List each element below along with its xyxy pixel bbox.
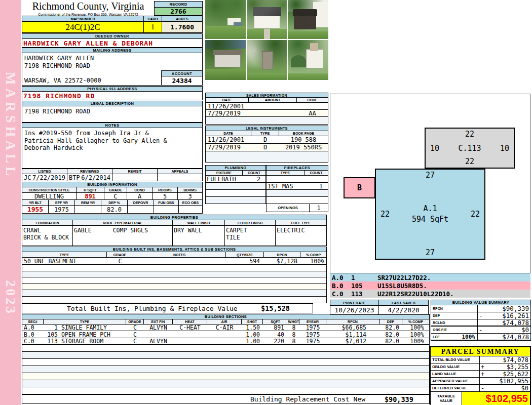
- sections-empty-row: [22, 345, 430, 352]
- reviewed-label: REVIEWED: [67, 169, 112, 174]
- spine-year: 2023: [3, 280, 18, 315]
- effyr-value: 1975: [49, 206, 75, 213]
- county-title: Richmond County, Virginia: [23, 1, 154, 12]
- photo-layer: [288, 31, 328, 39]
- sales-empty-row: [205, 117, 328, 125]
- fixture-count-label: COUNT: [243, 171, 265, 175]
- fireplaces-empty-row: [266, 176, 328, 183]
- floor-finish-value: CARPET TILE: [225, 226, 276, 246]
- rooms-value: 5: [153, 193, 178, 199]
- property-photo-shed: [205, 40, 246, 80]
- rooms-label: ROOMS: [153, 187, 178, 192]
- sec-air-label: AIR: [207, 319, 242, 324]
- cond-label: COND: [127, 187, 153, 192]
- physical-address-label: PHYSICAL 911 ADDRESS: [22, 86, 203, 92]
- builtins-empty-row: [22, 297, 327, 303]
- hsqft-label: H SQFT: [77, 187, 104, 192]
- effyr-label: EFF YR: [49, 200, 75, 205]
- sketch-c-label: C.113: [458, 144, 481, 153]
- taxable-value-amount: $102,955: [462, 392, 530, 405]
- plumbing-empty-row: [205, 197, 266, 204]
- map-number-value: 24C(1)2C: [22, 22, 144, 32]
- builtins-grade-label: GRADE: [107, 252, 133, 257]
- sales-date-label: DATE: [206, 98, 249, 102]
- parcel-row-obldg: OBLDG VALUE +$3,255: [431, 363, 530, 371]
- parcel-summary-title: PARCEL SUMMARY: [431, 347, 530, 356]
- plumbing-empty-row: [205, 183, 266, 190]
- vs-row-lcf: LCF 100% $74,078: [431, 334, 531, 341]
- parcel-row-taxable: TAXABLE VALUE $102,955: [431, 392, 530, 405]
- notes-block: Ins #2019-550 from Joseph Ira Jr & Patri…: [22, 128, 203, 169]
- sec-type-label: TYPE: [44, 319, 126, 324]
- construction-style-label: CONSTRUCTION STYLE: [22, 187, 77, 192]
- instruments-date-label: DATE: [206, 131, 251, 136]
- cond-value: A: [127, 193, 153, 199]
- parcel-row-bldg: TOTAL BLDG VALUE $74,078: [431, 356, 530, 363]
- ecoobs-label: ECO OBS: [179, 200, 202, 205]
- legend-row-b: B.0 105 U15SL8U5R8D5.: [330, 281, 530, 290]
- instruments-book-label: BOOK PAGE: [279, 131, 328, 136]
- taxable-value-label: TAXABLE VALUE: [431, 392, 462, 405]
- fireplaces-title: FIREPLACES: [266, 165, 328, 171]
- sales-row: 7/29/2019 AA: [205, 110, 328, 117]
- map-card-acres: MAP NUMBER CARD ACRES 24C(1)2C 1 1.7600: [22, 16, 203, 33]
- appeals-label: APPEALS: [158, 169, 202, 174]
- photo-layer: [306, 49, 323, 68]
- legal-instruments: LEGAL INSTRUMENTS DATE TYPE BOOK PAGE 11…: [205, 126, 328, 163]
- sec-heat-label: HEAT: [173, 319, 207, 324]
- fuel-type-label: FUEL TYPE: [276, 220, 326, 225]
- section-row-c: C.0 113 STORAGE ROOM C ALVYN 1.00 220 8 …: [22, 338, 430, 345]
- builtins-empty-row: [22, 284, 327, 291]
- account-box: ACCOUNT 24384: [161, 70, 203, 86]
- vs-row-rpcn: RPCN $90,339: [431, 305, 531, 312]
- property-photo-gazebo: [288, 0, 328, 39]
- reviewed-by: BTP: [69, 174, 80, 181]
- builtins-type-label: TYPE: [22, 252, 107, 257]
- sec-grade-label: GRADE: [126, 319, 144, 324]
- builtins-total-value: $15,528: [261, 304, 290, 312]
- instruments-title: LEGAL INSTRUMENTS: [205, 126, 328, 131]
- review-table: LISTED REVIEWED REVISIT APPEALS JC 7/22/…: [22, 169, 203, 181]
- notes-line-2: Patricia Hall Gallagher to Gary Allen &: [24, 137, 202, 145]
- photo-layer: [254, 15, 280, 28]
- notes-line-1: Ins #2019-550 from Joseph Ira Jr &: [24, 130, 202, 137]
- photo-layer: [262, 51, 273, 69]
- remyr-label: REM YR: [75, 200, 101, 205]
- legal-description-value: 7198 RICHMOND ROAD: [22, 106, 203, 123]
- card-value: 1: [144, 22, 162, 32]
- photo-layer: [293, 9, 317, 16]
- mailing-line-1: HARDWICK GARY ALLEN: [24, 55, 202, 62]
- acres-value: 1.7600: [162, 22, 202, 32]
- acres-label: ACRES: [162, 16, 202, 21]
- fireplaces-empty-row: [266, 197, 328, 204]
- depovr-value: [128, 206, 154, 213]
- ecoobs-value: [179, 206, 202, 213]
- floor-finish-label: FLOOR FINISH: [225, 220, 276, 225]
- instrument-row: 11/26/2001 D 190 588: [205, 136, 328, 144]
- sections-empty-row: [22, 359, 430, 366]
- sections-empty-row: [22, 352, 430, 359]
- builtins-empty-row: [22, 271, 327, 278]
- roof-label: ROOF TYPE/MATERIAL: [73, 220, 173, 225]
- record-value: 2766: [154, 8, 203, 16]
- property-photo-yard: [205, 0, 246, 39]
- parcel-row-appraised: APPRAISED VALUE $102,955: [431, 378, 530, 385]
- instruments-type-label: TYPE: [251, 131, 279, 136]
- sketch-c-left-dim: 10: [430, 144, 439, 153]
- sketch-c-right-dim: 10: [500, 144, 509, 153]
- map-number-label: MAP NUMBER: [22, 16, 144, 21]
- sec-comp-label: % COMP: [402, 319, 429, 324]
- yrblt-value: 1955: [22, 206, 49, 213]
- openings-label: OPENINGS: [267, 204, 310, 212]
- bdrms-label: BDRMS: [178, 187, 202, 192]
- sec-whgt-label: WHGT: [288, 319, 299, 324]
- remyr-value: [75, 206, 101, 213]
- replacement-cost-value: $90,339: [385, 395, 413, 403]
- grade-label: GRADE: [104, 187, 127, 192]
- sketch-a-top-dim: 27: [376, 170, 484, 181]
- sketch-a-bottom-dim: 27: [376, 248, 484, 258]
- fireplace-type-label: TYPE: [267, 171, 305, 175]
- builtins-empty-row: [22, 277, 327, 284]
- photo-layer: [213, 50, 242, 55]
- listed-label: LISTED: [22, 169, 67, 174]
